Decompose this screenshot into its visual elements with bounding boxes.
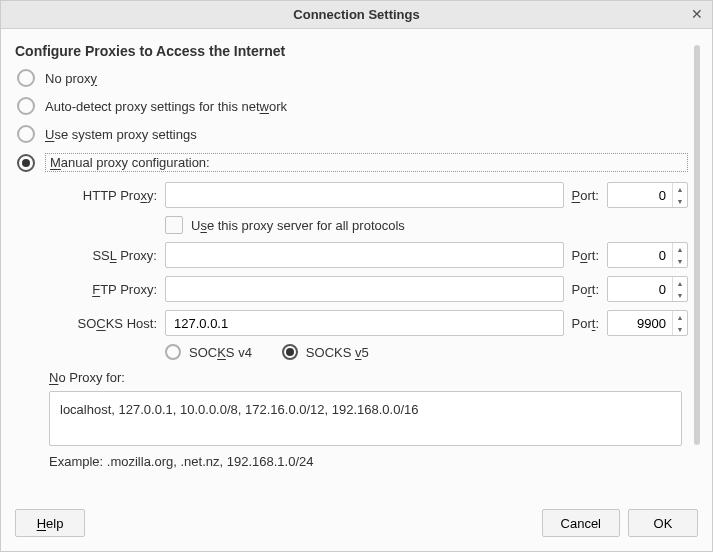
radio-manual-proxy[interactable] [17,154,35,172]
ssl-proxy-input[interactable] [165,242,564,268]
socks-port-input[interactable] [608,311,672,335]
radio-manual-proxy-row: Manual proxy configuration: [17,153,688,172]
radio-system-proxy-label: Use system proxy settings [45,127,197,142]
http-port-input[interactable] [608,183,672,207]
radio-system-proxy-row: Use system proxy settings [17,125,688,143]
radio-auto-detect-label: Auto-detect proxy settings for this netw… [45,99,287,114]
socks-host-input[interactable] [165,310,564,336]
ftp-port-spinner: ▲ ▼ [672,277,687,301]
http-port-down[interactable]: ▼ [673,195,687,207]
radio-no-proxy[interactable] [17,69,35,87]
radio-socks-v4-label: SOCKS v4 [189,345,252,360]
socks-port-spinner: ▲ ▼ [672,311,687,335]
ssl-port-up[interactable]: ▲ [673,243,687,255]
socks-port-label: Port: [570,316,601,331]
use-all-protocols-row: Use this proxy server for all protocols [165,216,688,234]
no-proxy-for-label: No Proxy for: [49,370,688,385]
button-bar: Help Cancel OK [1,501,712,551]
ftp-port-down[interactable]: ▼ [673,289,687,301]
section-heading: Configure Proxies to Access the Internet [15,43,688,59]
ftp-proxy-label: FTP Proxy: [49,282,159,297]
content-area: Configure Proxies to Access the Internet… [1,29,712,501]
socks-port-down[interactable]: ▼ [673,323,687,335]
ssl-port-down[interactable]: ▼ [673,255,687,267]
scroll-area: Configure Proxies to Access the Internet… [15,43,692,493]
http-port-wrap: ▲ ▼ [607,182,688,208]
radio-socks-v5[interactable] [282,344,298,360]
ok-button[interactable]: OK [628,509,698,537]
radio-auto-detect[interactable] [17,97,35,115]
ssl-port-label: Port: [570,248,601,263]
titlebar: Connection Settings ✕ [1,1,712,29]
radio-manual-proxy-label: Manual proxy configuration: [45,153,688,172]
ftp-port-wrap: ▲ ▼ [607,276,688,302]
socks-port-wrap: ▲ ▼ [607,310,688,336]
no-proxy-for-input[interactable]: localhost, 127.0.0.1, 10.0.0.0/8, 172.16… [49,391,682,446]
use-all-protocols-label: Use this proxy server for all protocols [191,218,405,233]
radio-system-proxy[interactable] [17,125,35,143]
ftp-proxy-row: FTP Proxy: Port: ▲ ▼ [49,276,688,302]
radio-no-proxy-label: No proxy [45,71,97,86]
http-proxy-label: HTTP Proxy: [49,188,159,203]
http-port-spinner: ▲ ▼ [672,183,687,207]
ssl-port-spinner: ▲ ▼ [672,243,687,267]
close-icon[interactable]: ✕ [688,5,706,23]
scrollbar[interactable] [694,45,700,445]
cancel-button[interactable]: Cancel [542,509,620,537]
ftp-port-input[interactable] [608,277,672,301]
window-title: Connection Settings [293,7,419,22]
ftp-port-up[interactable]: ▲ [673,277,687,289]
ssl-port-wrap: ▲ ▼ [607,242,688,268]
http-proxy-row: HTTP Proxy: Port: ▲ ▼ [49,182,688,208]
radio-socks-v4[interactable] [165,344,181,360]
ssl-proxy-label: SSL Proxy: [49,248,159,263]
proxy-fields: HTTP Proxy: Port: ▲ ▼ Use this proxy ser… [49,182,688,360]
help-button[interactable]: Help [15,509,85,537]
ftp-proxy-input[interactable] [165,276,564,302]
http-port-label: Port: [570,188,601,203]
socks-host-label: SOCKS Host: [49,316,159,331]
http-port-up[interactable]: ▲ [673,183,687,195]
socks-host-row: SOCKS Host: Port: ▲ ▼ [49,310,688,336]
socks-port-up[interactable]: ▲ [673,311,687,323]
ssl-port-input[interactable] [608,243,672,267]
http-proxy-input[interactable] [165,182,564,208]
use-all-protocols-checkbox[interactable] [165,216,183,234]
radio-no-proxy-row: No proxy [17,69,688,87]
radio-socks-v5-label: SOCKS v5 [306,345,369,360]
ssl-proxy-row: SSL Proxy: Port: ▲ ▼ [49,242,688,268]
connection-settings-window: Connection Settings ✕ Configure Proxies … [0,0,713,552]
socks-version-row: SOCKS v4 SOCKS v5 [165,344,688,360]
no-proxy-example: Example: .mozilla.org, .net.nz, 192.168.… [49,454,688,469]
ftp-port-label: Port: [570,282,601,297]
radio-auto-detect-row: Auto-detect proxy settings for this netw… [17,97,688,115]
